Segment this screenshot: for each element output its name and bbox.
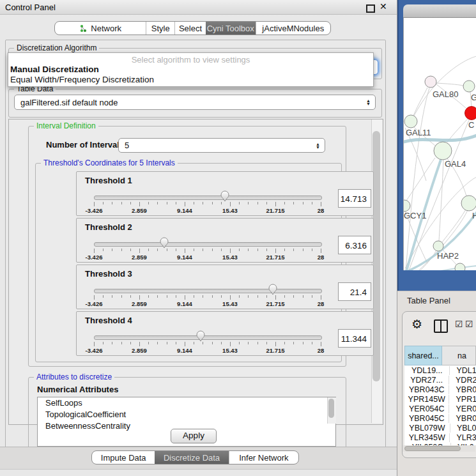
table-hscrollbar-thumb[interactable] [404,446,461,451]
slider-tick [212,202,213,204]
slider-tick-label: 2.859 [132,254,147,261]
algorithm-dropdown-popup: Select algorithm to view settings Manual… [8,52,374,87]
slider-thumb[interactable] [160,237,169,249]
algorithm-option-equal-width[interactable]: Equal Width/Frequency Discretization [10,75,154,84]
slider-tick-label: 28 [318,207,325,214]
node-highlighted-red[interactable] [465,107,476,120]
slider-tick [257,202,258,204]
slider-tick-label: 21.715 [266,254,284,261]
slider-tick [284,342,285,344]
slider-tick [157,249,158,251]
cell-name: YBR0 [449,385,476,394]
slider-track[interactable] [94,196,322,200]
slider-track[interactable] [94,289,322,293]
thresholds-group-title: Threshold's Coordinates for 5 Intervals [41,158,178,167]
node-h[interactable] [461,196,476,211]
algorithm-option-manual[interactable]: Manual Discretization [10,65,99,74]
node-partial-bottom[interactable] [455,263,465,270]
attribute-list-item[interactable]: SelfLoops [38,397,335,409]
slider-tick [293,249,294,251]
slider-tick [303,202,303,204]
slider-track[interactable] [94,242,322,247]
column-layout-icon[interactable] [434,319,448,333]
bottom-tab-discretize-data[interactable]: Discretize Data [155,451,228,464]
table-row[interactable]: YDL19...YDL1 [404,365,476,375]
tab-label: Impute Data [101,453,146,463]
stepper-arrows-icon[interactable]: ▲▼ [316,142,325,149]
threshold-label: Threshold 2 [85,222,132,232]
slider-tick [203,249,203,251]
slider-tick [248,249,249,251]
tab-jactivemnodules[interactable]: jActiveMNodules [256,22,330,35]
tab-style[interactable]: Style [146,22,174,35]
slider-thumb[interactable] [196,330,205,342]
number-of-intervals-select[interactable]: 5 ▲▼ [118,138,325,153]
network-canvas[interactable]: GAL80 GA C GAL11 GAL4 GCY1 H HAP2 [403,18,476,270]
close-icon[interactable]: ✕ [380,1,387,12]
table-row[interactable]: YLR345WYLR3 [404,433,476,442]
node-label: HAP2 [437,251,459,261]
bottom-tab-infer-network[interactable]: Infer Network [229,451,298,464]
node-hap2[interactable] [433,241,443,251]
tab-network[interactable]: Network [55,22,146,35]
slider-tick [185,249,185,253]
slider-tick [212,342,213,344]
attribute-list-item[interactable]: TopologicalCoefficient [38,409,335,420]
threshold-label: Threshold 4 [85,316,132,325]
apply-button[interactable]: Apply [171,429,217,443]
slider-tick [266,202,267,204]
bottom-tab-impute-data[interactable]: Impute Data [92,451,155,464]
threshold-row-4: Threshold 4-3.4262.8599.14415.4321.71528… [76,311,374,356]
network-window-titlebar[interactable] [403,4,476,18]
table-row[interactable]: YPR145WYPR1 [404,394,476,404]
column-header-shared[interactable]: shared... [404,346,442,365]
slider-tick-label: 2.859 [132,207,147,214]
slider-tick [130,295,131,298]
threshold-value-field[interactable]: 21.4 [338,282,371,301]
tab-label: Network [91,24,121,33]
threshold-value-field[interactable]: 11.344 [338,329,371,348]
node-gal11[interactable] [404,115,417,128]
attributes-list-scrollbar-thumb[interactable] [328,399,334,418]
slider-tick [239,295,240,298]
node-label: C [468,120,474,130]
tab-cyni-toolbox[interactable]: Cyni Toolbox [206,22,256,35]
slider-tick-label: 21.715 [266,300,284,307]
slider-tick [121,295,122,298]
slider-tick [275,295,276,300]
node-gcy1[interactable] [404,200,410,211]
slider-tick [103,342,104,344]
table-row[interactable]: YBR043CYBR0 [404,385,476,394]
node-ga[interactable] [463,81,475,92]
node-gal80[interactable] [425,76,436,88]
threshold-value-field[interactable]: 14.713 [338,189,371,208]
tab-label: Style [151,24,170,33]
stepper-arrows-icon[interactable]: ▲▼ [366,99,375,105]
slider-thumb[interactable] [268,284,277,295]
node-gal4[interactable] [434,142,452,160]
cell-shared-name: YER054C [404,404,449,413]
tab-select[interactable]: Select [174,22,206,35]
slider-tick-label: -3.426 [86,347,103,354]
slider-tick [284,202,285,204]
slider-tick [194,202,194,204]
slider-track[interactable] [94,335,322,340]
table-row[interactable]: YBL079WYBL0 [404,423,476,433]
slider-tick [130,342,131,344]
slider-tick [139,342,140,346]
table-row[interactable]: YDR27...YDR2 [404,375,476,385]
table-row[interactable]: YBR045CYBR0 [404,413,476,423]
table-data-select[interactable]: galFiltered.sif default node ▲▼ [14,95,376,110]
checkbox-icon[interactable]: ☑ [455,319,463,329]
threshold-value-field[interactable]: 6.316 [338,236,371,254]
table-row[interactable]: YER054CYER0 [404,404,476,413]
thresholds-group: Threshold's Coordinates for 5 Intervals … [35,163,342,362]
slider-tick [148,342,149,344]
gear-icon[interactable]: ⚙ [411,317,422,332]
slider-thumb[interactable] [220,190,229,202]
checkbox-icon[interactable]: ☑ [465,319,473,329]
table-panel-title: Table Panel [407,296,450,305]
column-header-name[interactable]: na [442,346,476,365]
slider-tick [239,249,240,251]
float-window-icon[interactable] [366,4,375,13]
